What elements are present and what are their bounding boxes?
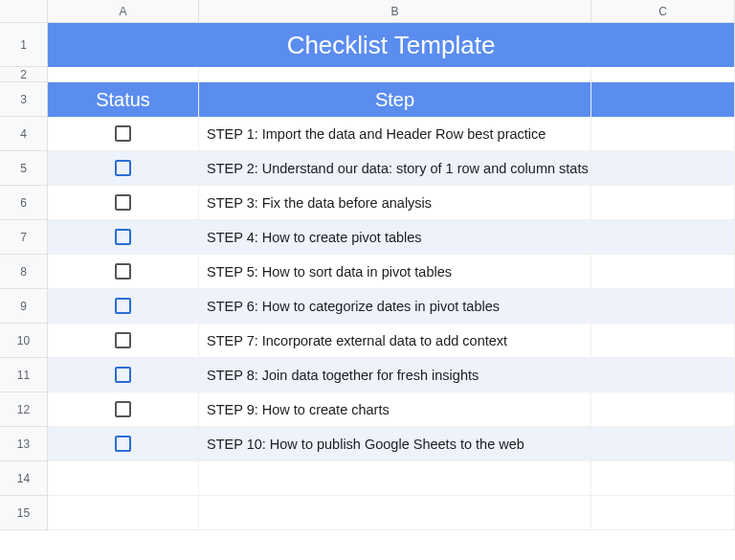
cell-c9[interactable] (591, 289, 735, 324)
row-header-5[interactable]: 5 (0, 151, 48, 186)
row-header-6[interactable]: 6 (0, 186, 48, 220)
cell-c15[interactable] (591, 496, 735, 530)
cell-a6[interactable] (48, 186, 199, 220)
header-step[interactable]: Step (199, 82, 591, 117)
cell-b2[interactable] (199, 67, 591, 82)
cell-a15[interactable] (48, 496, 199, 530)
cell-b10[interactable]: STEP 7: Incorporate external data to add… (199, 324, 591, 358)
row-header-14[interactable]: 14 (0, 461, 48, 496)
row-header-11[interactable]: 11 (0, 358, 48, 392)
checkbox-icon[interactable] (115, 401, 131, 417)
cell-a14[interactable] (48, 461, 199, 496)
column-header-a[interactable]: A (48, 0, 199, 23)
checkbox-icon[interactable] (115, 367, 131, 383)
row-header-15[interactable]: 15 (0, 496, 48, 530)
cell-c8[interactable] (591, 255, 735, 289)
row-header-8[interactable]: 8 (0, 255, 48, 289)
row-header-2[interactable]: 2 (0, 67, 48, 82)
cell-b11[interactable]: STEP 8: Join data together for fresh ins… (199, 358, 591, 392)
cell-b13[interactable]: STEP 10: How to publish Google Sheets to… (199, 427, 591, 461)
row-header-3[interactable]: 3 (0, 82, 48, 117)
row-header-10[interactable]: 10 (0, 324, 48, 358)
cell-a2[interactable] (48, 67, 199, 82)
checkbox-icon[interactable] (115, 229, 131, 245)
select-all-corner[interactable] (0, 0, 48, 23)
cell-b7[interactable]: STEP 4: How to create pivot tables (199, 220, 591, 255)
cell-c12[interactable] (591, 392, 735, 427)
checkbox-icon[interactable] (115, 263, 131, 280)
cell-c6[interactable] (591, 186, 735, 220)
cell-c13[interactable] (591, 427, 735, 461)
column-header-c[interactable]: C (591, 0, 735, 23)
checkbox-icon[interactable] (115, 332, 131, 348)
header-status[interactable]: Status (48, 82, 199, 117)
cell-b8[interactable]: STEP 5: How to sort data in pivot tables (199, 255, 591, 289)
checkbox-icon[interactable] (115, 125, 131, 142)
cell-c3[interactable] (591, 82, 735, 117)
cell-a4[interactable] (48, 117, 199, 151)
cell-a9[interactable] (48, 289, 199, 324)
cell-c10[interactable] (591, 324, 735, 358)
row-header-7[interactable]: 7 (0, 220, 48, 255)
cell-c14[interactable] (591, 461, 735, 496)
row-header-1[interactable]: 1 (0, 23, 48, 67)
column-header-b[interactable]: B (199, 0, 591, 23)
row-header-4[interactable]: 4 (0, 117, 48, 151)
title-cell[interactable]: Checklist Template (48, 23, 735, 67)
cell-b9[interactable]: STEP 6: How to categorize dates in pivot… (199, 289, 591, 324)
cell-b5[interactable]: STEP 2: Understand our data: story of 1 … (199, 151, 591, 186)
cell-b6[interactable]: STEP 3: Fix the data before analysis (199, 186, 591, 220)
checkbox-icon[interactable] (115, 194, 131, 211)
cell-a8[interactable] (48, 255, 199, 289)
cell-b14[interactable] (199, 461, 591, 496)
checkbox-icon[interactable] (115, 160, 131, 176)
cell-a7[interactable] (48, 220, 199, 255)
cell-a5[interactable] (48, 151, 199, 186)
cell-a12[interactable] (48, 392, 199, 427)
row-header-9[interactable]: 9 (0, 289, 48, 324)
cell-c7[interactable] (591, 220, 735, 255)
spreadsheet-grid: A B C 1 Checklist Template 2 3 Status St… (0, 0, 735, 530)
cell-c5[interactable] (591, 151, 735, 186)
cell-a11[interactable] (48, 358, 199, 392)
cell-b4[interactable]: STEP 1: Import the data and Header Row b… (199, 117, 591, 151)
cell-c2[interactable] (591, 67, 735, 82)
cell-a10[interactable] (48, 324, 199, 358)
cell-b15[interactable] (199, 496, 591, 530)
cell-c11[interactable] (591, 358, 735, 392)
checkbox-icon[interactable] (115, 436, 131, 452)
checkbox-icon[interactable] (115, 298, 131, 314)
cell-c4[interactable] (591, 117, 735, 151)
row-header-13[interactable]: 13 (0, 427, 48, 461)
cell-b12[interactable]: STEP 9: How to create charts (199, 392, 591, 427)
row-header-12[interactable]: 12 (0, 392, 48, 427)
cell-a13[interactable] (48, 427, 199, 461)
